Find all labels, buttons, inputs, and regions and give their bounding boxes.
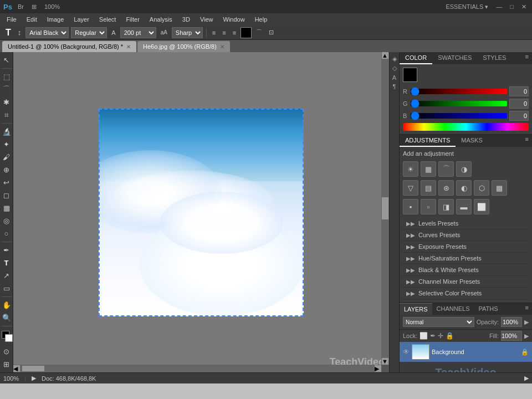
fill-arrow[interactable]: ▶: [524, 332, 529, 340]
g-slider[interactable]: [411, 101, 507, 106]
preset-hue-sat[interactable]: ▶▶ Hue/Saturation Presets: [403, 253, 529, 264]
eyedropper-tool[interactable]: 🔬: [1, 126, 13, 137]
photo-filter-icon[interactable]: ⬡: [474, 180, 489, 196]
font-style-select[interactable]: Regular: [71, 27, 107, 38]
scroll-thumb-h[interactable]: [22, 366, 44, 371]
channel-mixer-icon[interactable]: ▩: [492, 180, 507, 196]
vertical-scrollbar[interactable]: ▲ ▼: [381, 52, 389, 365]
status-arrow[interactable]: ▶: [32, 375, 36, 382]
eraser-tool[interactable]: ◻: [1, 190, 13, 201]
path-selection-tool[interactable]: ↗: [1, 270, 13, 282]
canvas-area[interactable]: TeachVideo ▲ ▼ ◀ ▶: [13, 52, 389, 372]
panel-toggle-2[interactable]: ◇: [392, 64, 397, 73]
foreground-color-swatch[interactable]: [403, 68, 417, 82]
menu-filter[interactable]: Filter: [121, 15, 144, 24]
panel-toggle-1[interactable]: ◈: [392, 54, 397, 64]
align-left-icon[interactable]: ≡: [210, 28, 218, 37]
blur-tool[interactable]: ◎: [1, 215, 13, 227]
align-right-icon[interactable]: ≡: [231, 28, 238, 37]
menu-view[interactable]: View: [196, 15, 218, 24]
tab-he6o-close[interactable]: ✕: [220, 44, 224, 50]
menu-help[interactable]: Help: [250, 15, 272, 24]
r-slider[interactable]: [411, 89, 507, 94]
preset-levels[interactable]: ▶▶ Levels Presets: [403, 218, 529, 229]
workspace-selector[interactable]: ESSENTIALS ▾: [443, 3, 490, 11]
fill-input[interactable]: [501, 331, 522, 341]
tab-channels[interactable]: CHANNELS: [432, 303, 474, 315]
zoom-tool[interactable]: 🔍: [1, 312, 13, 324]
layer-visibility-icon[interactable]: 👁: [403, 348, 410, 356]
preset-channel-mixer[interactable]: ▶▶ Channel Mixer Presets: [403, 276, 529, 288]
tab-he6o[interactable]: He6o.jpg @ 100% (RGB/8) ✕: [137, 41, 230, 52]
history-brush-tool[interactable]: ↩: [1, 177, 13, 188]
menu-edit[interactable]: Edit: [22, 15, 42, 24]
color-balance-icon[interactable]: ⊛: [438, 180, 454, 196]
layer-background[interactable]: 👁 Background 🔒: [400, 342, 532, 362]
maximize-button[interactable]: □: [508, 3, 516, 10]
preset-curves[interactable]: ▶▶ Curves Presets: [403, 229, 529, 241]
close-button[interactable]: ✕: [519, 3, 529, 11]
b-slider[interactable]: [411, 113, 507, 119]
lock-all-icon[interactable]: 🔒: [446, 332, 454, 340]
dodge-tool[interactable]: ○: [1, 228, 13, 239]
move-tool[interactable]: ↖: [1, 54, 13, 66]
status-expand[interactable]: ▶: [524, 375, 529, 382]
preset-bw[interactable]: ▶▶ Black & White Presets: [403, 264, 529, 276]
anti-alias-select[interactable]: Sharp: [172, 27, 203, 38]
bridge-icon[interactable]: Br: [16, 3, 26, 10]
scroll-left-btn[interactable]: ◀: [13, 365, 20, 372]
lock-transparent-icon[interactable]: ⬜: [420, 332, 428, 340]
menu-image[interactable]: Image: [43, 15, 69, 24]
font-size-select[interactable]: 200 pt: [120, 27, 156, 38]
spot-healing-tool[interactable]: ✦: [1, 139, 13, 150]
tab-untitled[interactable]: Untitled-1 @ 100% (Background, RGB/8) * …: [2, 41, 136, 52]
text-orientation-icon[interactable]: ↕: [16, 27, 24, 38]
menu-layer[interactable]: Layer: [69, 15, 94, 24]
scroll-right-btn[interactable]: ▶: [375, 365, 381, 372]
minimize-button[interactable]: —: [494, 3, 504, 10]
screen-mode-btn[interactable]: ⊞: [1, 359, 13, 370]
panel-toggle-3[interactable]: A: [392, 73, 396, 82]
quick-mask-toggle[interactable]: ⊙: [1, 346, 13, 357]
shape-tool[interactable]: ▭: [1, 283, 13, 294]
color-panel-menu[interactable]: ≡: [522, 52, 532, 64]
posterize-icon[interactable]: ▫: [421, 199, 436, 214]
font-family-select[interactable]: Arial Black: [25, 27, 69, 38]
hand-tool[interactable]: ✋: [1, 299, 13, 311]
scroll-thumb-v[interactable]: [382, 197, 388, 219]
tab-untitled-close[interactable]: ✕: [126, 44, 131, 50]
pen-tool[interactable]: ✒: [1, 244, 13, 256]
marquee-tool[interactable]: ⬚: [1, 71, 13, 83]
horizontal-scrollbar[interactable]: ◀ ▶: [13, 365, 381, 372]
clone-stamp-tool[interactable]: ⊕: [1, 164, 13, 176]
text-color-swatch[interactable]: [241, 27, 252, 38]
tab-styles[interactable]: STYLES: [477, 52, 511, 64]
tab-swatches[interactable]: SWATCHES: [432, 52, 477, 64]
opacity-input[interactable]: [501, 317, 522, 327]
blend-mode-select[interactable]: Normal: [403, 317, 474, 327]
layers-panel-menu[interactable]: ≡: [522, 303, 532, 315]
quick-select-tool[interactable]: ✱: [1, 96, 13, 108]
tab-color[interactable]: COLOR: [400, 52, 432, 64]
lock-image-icon[interactable]: ✒: [430, 332, 436, 340]
tab-masks[interactable]: MASKS: [456, 135, 488, 147]
menu-select[interactable]: Select: [95, 15, 121, 24]
b-input[interactable]: [509, 111, 529, 121]
lasso-tool[interactable]: ⌒: [1, 84, 13, 95]
curves-icon[interactable]: ⌒: [438, 161, 454, 177]
menu-3d[interactable]: 3D: [178, 15, 195, 24]
preset-selective-color[interactable]: ▶▶ Selective Color Presets: [403, 288, 529, 299]
preset-exposure[interactable]: ▶▶ Exposure Presets: [403, 241, 529, 253]
gradient-tool[interactable]: ▦: [1, 202, 13, 214]
selective-color-icon[interactable]: ⬜: [474, 199, 489, 214]
toggle-panels-icon[interactable]: ⊡: [267, 28, 276, 37]
lock-position-icon[interactable]: ✛: [438, 332, 443, 340]
levels-icon[interactable]: ▦: [421, 161, 436, 177]
menu-window[interactable]: Window: [219, 15, 249, 24]
screen-mode-icon[interactable]: ⊞: [29, 3, 39, 11]
background-color[interactable]: [5, 334, 13, 342]
hue-saturation-icon[interactable]: ▤: [421, 180, 436, 196]
panel-toggle-4[interactable]: ¶: [393, 82, 396, 91]
brush-tool[interactable]: 🖌: [1, 151, 13, 163]
scroll-down-btn[interactable]: ▼: [382, 358, 388, 365]
